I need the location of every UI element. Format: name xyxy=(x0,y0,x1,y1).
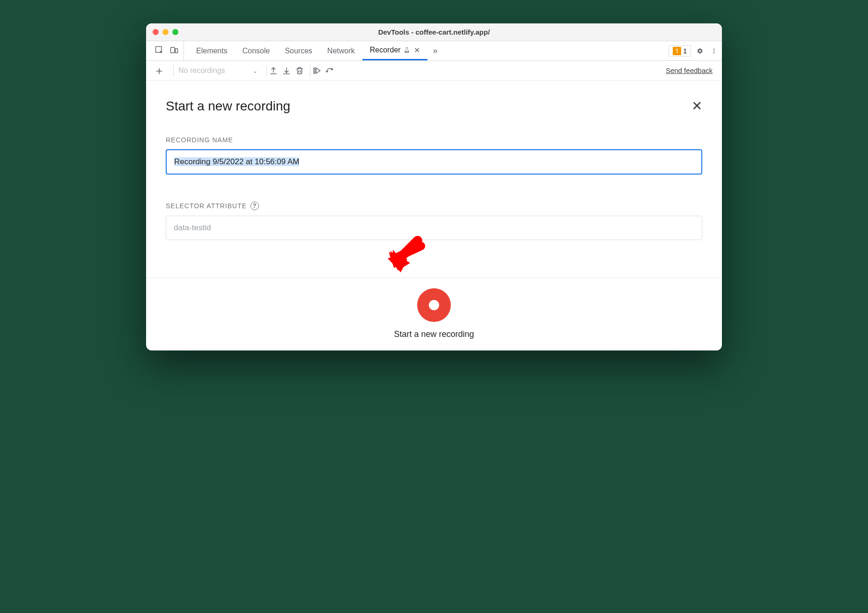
start-recording-section: Start a new recording xyxy=(146,277,722,350)
panel-tabs-row: Elements Console Sources Network Recorde… xyxy=(146,41,722,61)
record-button[interactable] xyxy=(417,288,451,322)
issues-count: 1 xyxy=(683,47,687,55)
titlebar: DevTools - coffee-cart.netlify.app/ xyxy=(146,23,722,41)
close-tab-icon[interactable]: ✕ xyxy=(414,46,420,55)
svg-marker-9 xyxy=(388,255,407,272)
svg-rect-1 xyxy=(171,47,175,53)
recording-selector[interactable]: No recordings ⌄ xyxy=(176,66,261,75)
recorder-toolbar: ＋ No recordings ⌄ Send feedback xyxy=(146,61,722,80)
window-title: DevTools - coffee-cart.netlify.app/ xyxy=(153,28,715,36)
issues-badge[interactable]: ! 1 xyxy=(669,45,691,57)
selector-attribute-label: SELECTOR ATTRIBUTE xyxy=(166,202,247,210)
close-panel-button[interactable]: ✕ xyxy=(691,98,702,114)
delete-icon[interactable] xyxy=(295,66,304,75)
kebab-menu-icon[interactable] xyxy=(709,46,719,56)
svg-point-5 xyxy=(714,52,714,53)
recording-name-value: Recording 9/5/2022 at 10:56:09 AM xyxy=(174,157,299,166)
traffic-lights xyxy=(153,29,178,35)
record-dot-icon xyxy=(429,300,439,310)
inspect-element-icon[interactable] xyxy=(154,45,164,57)
replay-icon[interactable] xyxy=(312,66,322,75)
tab-recorder[interactable]: Recorder ✕ xyxy=(362,41,427,60)
recording-name-label: RECORDING NAME xyxy=(166,136,702,144)
warning-icon: ! xyxy=(673,47,681,55)
help-icon[interactable]: ? xyxy=(250,202,259,210)
export-icon[interactable] xyxy=(269,66,278,75)
svg-rect-2 xyxy=(176,48,178,52)
divider xyxy=(173,65,174,76)
svg-point-4 xyxy=(714,50,714,51)
close-window-button[interactable] xyxy=(153,29,159,35)
more-tabs-button[interactable]: » xyxy=(427,41,443,60)
maximize-window-button[interactable] xyxy=(172,29,178,35)
devtools-window: DevTools - coffee-cart.netlify.app/ Elem… xyxy=(146,23,722,350)
recording-selector-label: No recordings xyxy=(178,66,225,75)
step-icon[interactable] xyxy=(325,66,335,75)
svg-rect-6 xyxy=(314,68,315,73)
import-icon[interactable] xyxy=(282,66,291,75)
svg-point-7 xyxy=(326,71,328,72)
annotation-arrow-icon xyxy=(385,235,427,277)
flask-icon xyxy=(404,47,410,53)
device-toolbar-icon[interactable] xyxy=(169,45,179,57)
tab-sources[interactable]: Sources xyxy=(277,41,320,60)
minimize-window-button[interactable] xyxy=(162,29,169,35)
divider xyxy=(310,65,310,76)
send-feedback-link[interactable]: Send feedback xyxy=(666,66,713,74)
add-recording-button[interactable]: ＋ xyxy=(151,63,168,78)
svg-marker-8 xyxy=(385,251,405,270)
tab-network[interactable]: Network xyxy=(320,41,362,60)
panel-heading: Start a new recording xyxy=(166,99,290,114)
tab-elements[interactable]: Elements xyxy=(189,41,235,60)
svg-point-3 xyxy=(714,48,714,49)
divider xyxy=(266,65,267,76)
settings-icon[interactable] xyxy=(695,46,705,56)
selector-attribute-input[interactable] xyxy=(166,216,702,240)
start-recording-label: Start a new recording xyxy=(394,329,474,339)
recording-name-input[interactable]: Recording 9/5/2022 at 10:56:09 AM xyxy=(166,149,702,175)
tab-console[interactable]: Console xyxy=(235,41,278,60)
chevron-down-icon: ⌄ xyxy=(252,67,258,74)
recorder-panel-content: Start a new recording ✕ RECORDING NAME R… xyxy=(146,80,722,277)
svg-marker-10 xyxy=(390,255,410,270)
